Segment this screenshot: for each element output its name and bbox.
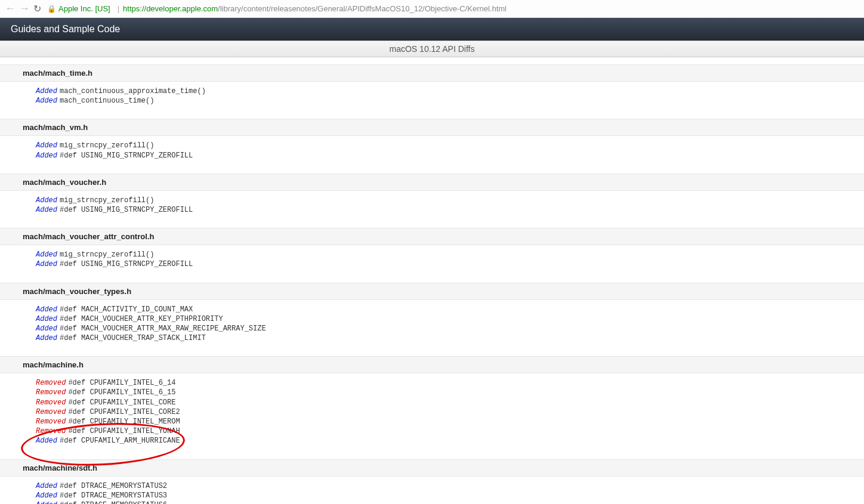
symbol-text[interactable]: #def MACH_VOUCHER_TRAP_STACK_LIMIT xyxy=(60,334,206,342)
diff-line: Removed#def CPUFAMILY_INTEL_6_14 xyxy=(36,378,864,388)
symbol-text[interactable]: #def CPUFAMILY_ARM_HURRICANE xyxy=(60,437,180,445)
page-subheader: macOS 10.12 API Diffs xyxy=(0,41,864,57)
added-tag: Added xyxy=(36,334,57,342)
symbol-text[interactable]: #def CPUFAMILY_INTEL_6_14 xyxy=(68,379,175,387)
forward-button[interactable]: → xyxy=(19,2,30,15)
diff-line: Added#def CPUFAMILY_ARM_HURRICANE xyxy=(36,436,864,446)
diff-block: Removed#def CPUFAMILY_INTEL_6_14Removed#… xyxy=(0,373,864,450)
diff-line: Removed#def CPUFAMILY_INTEL_6_15 xyxy=(36,388,864,397)
diff-line: Added#def MACH_VOUCHER_ATTR_MAX_RAW_RECI… xyxy=(36,324,864,333)
section-header: mach/mach_vm.h xyxy=(0,119,864,136)
symbol-text[interactable]: mach_continuous_time() xyxy=(60,97,154,105)
diff-line: Added#def MACH_VOUCHER_ATTR_KEY_PTHPRIOR… xyxy=(36,314,864,324)
diff-line: Added#def USING_MIG_STRNCPY_ZEROFILL xyxy=(36,259,864,269)
added-tag: Added xyxy=(36,97,57,105)
page-subheader-title: macOS 10.12 API Diffs xyxy=(390,44,475,54)
diff-line: Added#def USING_MIG_STRNCPY_ZEROFILL xyxy=(36,151,864,160)
diff-line: Addedmig_strncpy_zerofill() xyxy=(36,196,864,205)
symbol-text[interactable]: mig_strncpy_zerofill() xyxy=(60,196,154,205)
added-tag: Added xyxy=(36,482,57,490)
symbol-text[interactable]: #def MACH_VOUCHER_ATTR_KEY_PTHPRIORITY xyxy=(60,315,223,323)
section-header: mach/machine.h xyxy=(0,356,864,373)
removed-tag: Removed xyxy=(36,408,66,416)
browser-toolbar: ← → ↻ 🔒 Apple Inc. [US] | https://develo… xyxy=(0,0,864,18)
refresh-button[interactable]: ↻ xyxy=(33,3,41,14)
section-header: mach/mach_voucher.h xyxy=(0,174,864,191)
symbol-text[interactable]: #def DTRACE_MEMORYSTATUS3 xyxy=(60,491,167,500)
added-tag: Added xyxy=(36,501,57,504)
section-header: mach/mach_voucher_types.h xyxy=(0,283,864,300)
diff-block: Addedmig_strncpy_zerofill()Added#def USI… xyxy=(0,136,864,165)
symbol-text[interactable]: #def CPUFAMILY_INTEL_MEROM xyxy=(68,418,180,426)
address-bar[interactable]: 🔒 Apple Inc. [US] | https://developer.ap… xyxy=(47,4,859,13)
symbol-text[interactable]: #def CPUFAMILY_INTEL_CORE2 xyxy=(68,408,180,416)
removed-tag: Removed xyxy=(36,418,66,426)
lock-icon: 🔒 xyxy=(47,5,56,13)
added-tag: Added xyxy=(36,315,57,323)
section-header: mach/mach_voucher_attr_control.h xyxy=(0,228,864,245)
diff-line: Addedmach_continuous_time() xyxy=(36,96,864,106)
added-tag: Added xyxy=(36,251,57,259)
section-header: mach/mach_time.h xyxy=(0,64,864,82)
symbol-text[interactable]: #def USING_MIG_STRNCPY_ZEROFILL xyxy=(60,260,193,268)
symbol-text[interactable]: mig_strncpy_zerofill() xyxy=(60,251,154,259)
diff-line: Added#def DTRACE_MEMORYSTATUS3 xyxy=(36,491,864,500)
diff-block: Addedmig_strncpy_zerofill()Added#def USI… xyxy=(0,191,864,219)
symbol-text[interactable]: #def DTRACE_MEMORYSTATUS2 xyxy=(60,482,167,490)
diff-line: Addedmach_continuous_approximate_time() xyxy=(36,86,864,96)
diff-line: Removed#def CPUFAMILY_INTEL_CORE xyxy=(36,398,864,407)
site-header: Guides and Sample Code xyxy=(0,18,864,41)
symbol-text[interactable]: #def MACH_ACTIVITY_ID_COUNT_MAX xyxy=(60,305,193,314)
symbol-text[interactable]: #def CPUFAMILY_INTEL_6_15 xyxy=(68,388,175,397)
symbol-text[interactable]: #def MACH_VOUCHER_ATTR_MAX_RAW_RECIPE_AR… xyxy=(60,324,266,333)
removed-tag: Removed xyxy=(36,427,66,435)
added-tag: Added xyxy=(36,87,57,95)
symbol-text[interactable]: #def USING_MIG_STRNCPY_ZEROFILL xyxy=(60,206,193,214)
diff-line: Added#def MACH_ACTIVITY_ID_COUNT_MAX xyxy=(36,305,864,314)
diff-block: Addedmach_continuous_approximate_time()A… xyxy=(0,82,864,110)
diff-block: Addedmig_strncpy_zerofill()Added#def USI… xyxy=(0,245,864,274)
url-path: /library/content/releasenotes/General/AP… xyxy=(218,4,507,13)
removed-tag: Removed xyxy=(36,388,66,397)
added-tag: Added xyxy=(36,324,57,333)
diff-line: Added#def DTRACE_MEMORYSTATUS6 xyxy=(36,500,864,504)
diff-line: Added#def MACH_VOUCHER_TRAP_STACK_LIMIT xyxy=(36,333,864,343)
symbol-text[interactable]: #def CPUFAMILY_INTEL_CORE xyxy=(68,398,175,407)
diff-block: Added#def MACH_ACTIVITY_ID_COUNT_MAXAdde… xyxy=(0,300,864,348)
diff-line: Removed#def CPUFAMILY_INTEL_YONAH xyxy=(36,426,864,436)
symbol-text[interactable]: mig_strncpy_zerofill() xyxy=(60,141,154,150)
site-identity: Apple Inc. [US] xyxy=(58,4,110,13)
diff-line: Added#def USING_MIG_STRNCPY_ZEROFILL xyxy=(36,205,864,215)
diff-line: Addedmig_strncpy_zerofill() xyxy=(36,250,864,259)
symbol-text[interactable]: #def DTRACE_MEMORYSTATUS6 xyxy=(60,501,167,504)
site-header-title: Guides and Sample Code xyxy=(11,24,120,34)
symbol-text[interactable]: mach_continuous_approximate_time() xyxy=(60,87,206,95)
removed-tag: Removed xyxy=(36,379,66,387)
back-button[interactable]: ← xyxy=(5,2,16,15)
added-tag: Added xyxy=(36,206,57,214)
removed-tag: Removed xyxy=(36,398,66,407)
symbol-text[interactable]: #def CPUFAMILY_INTEL_YONAH xyxy=(68,427,180,435)
added-tag: Added xyxy=(36,305,57,314)
added-tag: Added xyxy=(36,260,57,268)
added-tag: Added xyxy=(36,151,57,160)
diff-line: Added#def DTRACE_MEMORYSTATUS2 xyxy=(36,481,864,491)
diff-block: Added#def DTRACE_MEMORYSTATUS2Added#def … xyxy=(0,477,864,504)
diff-line: Addedmig_strncpy_zerofill() xyxy=(36,141,864,150)
added-tag: Added xyxy=(36,437,57,445)
added-tag: Added xyxy=(36,491,57,500)
added-tag: Added xyxy=(36,196,57,205)
diff-content: mach/mach_time.hAddedmach_continuous_app… xyxy=(0,57,864,504)
address-separator: | xyxy=(118,4,119,13)
url-host: https://developer.apple.com xyxy=(123,4,218,13)
diff-line: Removed#def CPUFAMILY_INTEL_CORE2 xyxy=(36,407,864,417)
symbol-text[interactable]: #def USING_MIG_STRNCPY_ZEROFILL xyxy=(60,151,193,160)
added-tag: Added xyxy=(36,141,57,150)
section-header: mach/machine/sdt.h xyxy=(0,459,864,477)
diff-line: Removed#def CPUFAMILY_INTEL_MEROM xyxy=(36,417,864,426)
